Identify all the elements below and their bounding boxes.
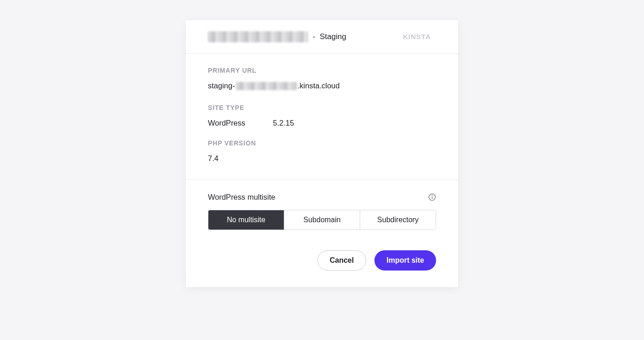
kinsta-logo-icon: KINSTA bbox=[403, 32, 436, 41]
svg-text:KINSTA: KINSTA bbox=[403, 33, 431, 40]
multisite-head: WordPress multisite bbox=[208, 193, 436, 202]
site-type-label: SITE TYPE bbox=[208, 104, 436, 111]
card-header: Staging KINSTA bbox=[186, 20, 458, 54]
header-left: Staging bbox=[208, 31, 346, 42]
info-icon[interactable] bbox=[428, 193, 436, 201]
multisite-segmented-control: No multisite Subdomain Subdirectory bbox=[208, 210, 436, 230]
card-body: PRIMARY URL staging- .kinsta.cloud SITE … bbox=[186, 54, 458, 179]
segment-no-multisite[interactable]: No multisite bbox=[208, 210, 284, 230]
import-site-card: Staging KINSTA PRIMARY URL staging- .kin… bbox=[186, 20, 458, 287]
php-version-value: 7.4 bbox=[208, 154, 436, 163]
kinsta-logo: KINSTA bbox=[403, 32, 436, 41]
separator-dot bbox=[313, 36, 315, 38]
site-version: 5.2.15 bbox=[273, 119, 294, 127]
url-prefix: staging- bbox=[208, 81, 235, 90]
segment-subdomain[interactable]: Subdomain bbox=[284, 210, 360, 230]
environment-label: Staging bbox=[320, 32, 346, 41]
url-suffix: .kinsta.cloud bbox=[298, 81, 340, 90]
primary-url-label: PRIMARY URL bbox=[208, 67, 436, 74]
url-redacted bbox=[236, 82, 297, 90]
multisite-title: WordPress multisite bbox=[208, 193, 275, 202]
site-type-value: WordPress 5.2.15 bbox=[208, 119, 436, 127]
php-version-label: PHP VERSION bbox=[208, 139, 436, 147]
card-footer: Cancel Import site bbox=[186, 239, 458, 287]
cancel-button[interactable]: Cancel bbox=[317, 250, 366, 271]
site-platform: WordPress bbox=[208, 119, 245, 127]
primary-url-value: staging- .kinsta.cloud bbox=[208, 81, 436, 90]
import-site-button[interactable]: Import site bbox=[374, 250, 436, 271]
multisite-section: WordPress multisite No multisite Subdoma… bbox=[186, 179, 458, 239]
site-name-redacted bbox=[208, 31, 308, 42]
svg-point-3 bbox=[432, 196, 432, 196]
segment-subdirectory[interactable]: Subdirectory bbox=[360, 210, 436, 230]
